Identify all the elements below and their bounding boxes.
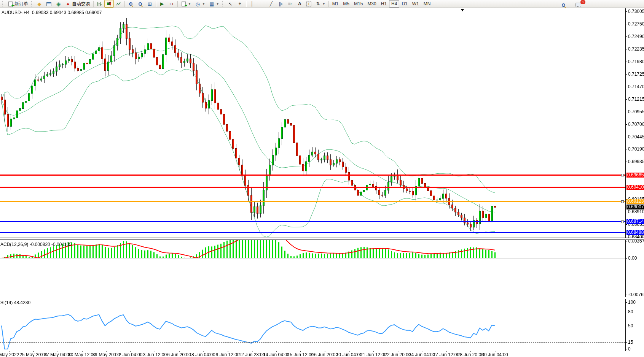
autotrading-button[interactable]: ● 自动交易: [63, 0, 92, 8]
strategy-tester-button[interactable]: ◉: [54, 0, 63, 8]
text-label-tool-button[interactable]: T: [304, 0, 313, 8]
price-tick-label: 0.70190: [628, 147, 644, 151]
templates-button[interactable]: ▦ ▼: [207, 0, 221, 8]
timeframe-button-d1[interactable]: D1: [399, 0, 410, 8]
timeframe-button-w1[interactable]: W1: [410, 0, 421, 8]
rsi-level-line-15: [0, 342, 625, 343]
metaeditor-button[interactable]: [44, 0, 54, 8]
date-label: 2 Jun 04:00: [119, 352, 143, 357]
chevron-down-icon: ▼: [322, 2, 325, 6]
crosshair-tool-button[interactable]: +: [235, 0, 245, 8]
horizontal-line-icon: ─: [259, 1, 265, 7]
date-label: 21 Jun 12:00: [360, 352, 386, 357]
bar-chart-button[interactable]: [95, 0, 104, 8]
timeframe-button-h4[interactable]: H4: [389, 0, 399, 8]
date-label: 6 Jun 20:00: [167, 352, 191, 357]
price-line-label-chip: 0.69007: [626, 205, 644, 209]
chevron-down-icon: ▼: [202, 2, 205, 6]
date-label: 30 Jun 04:00: [481, 352, 508, 357]
price-line-label-chip: 0.68714: [626, 219, 644, 224]
price-line-0.69123[interactable]: [0, 201, 625, 202]
toolbar-grip[interactable]: [31, 1, 33, 6]
line-chart-icon: [116, 1, 121, 7]
date-label: 30 May 12:00: [68, 352, 96, 357]
macd-zero-line: [0, 258, 625, 259]
price-tick-label: 0.69935: [628, 159, 644, 164]
text-tool-button[interactable]: A: [295, 0, 304, 8]
price-tick-label: 0.71725: [628, 72, 644, 76]
line-chart-button[interactable]: [114, 0, 123, 8]
toolbar-grip[interactable]: [2, 1, 5, 6]
price-line-label-chip: 0.69665: [626, 173, 644, 178]
price-line-label-chip: 0.69123: [626, 199, 644, 204]
rsi-tick-label: 80: [628, 309, 633, 314]
mt4-window: AUDUSD-,H4 0.69033 0.69043 0.68985 0.690…: [0, 0, 644, 357]
cursor-icon: ↖: [228, 1, 233, 7]
rsi-pane-splitter[interactable]: [0, 297, 644, 299]
rsi-tick-label: 50: [628, 324, 633, 328]
market-watch-button[interactable]: ◆: [35, 0, 44, 8]
chart-shift-button[interactable]: ↦: [167, 0, 176, 8]
toolbar-grip[interactable]: [222, 1, 225, 6]
clock-icon: ◷: [195, 1, 201, 7]
notifications-button[interactable]: 1: [574, 1, 583, 9]
timeframe-button-m5[interactable]: M5: [341, 0, 352, 8]
date-label: 27 May 04:00: [44, 352, 72, 357]
search-button[interactable]: [559, 1, 568, 9]
line-handle[interactable]: [621, 200, 624, 203]
crosshair-icon: +: [237, 1, 243, 7]
autotrading-icon: ●: [65, 1, 71, 7]
price-line-0.69007[interactable]: [0, 207, 625, 207]
tile-windows-button[interactable]: ⊞: [145, 0, 155, 8]
timeframe-button-m30[interactable]: M30: [365, 0, 378, 8]
vertical-line-tool-button[interactable]: │: [247, 0, 257, 8]
periods-button[interactable]: ◷ ▼: [193, 0, 207, 8]
macd-indicator-label: MACD(12,26,9) -0.000820 -0.001105: [0, 242, 72, 247]
zoom-in-button[interactable]: +: [126, 0, 135, 8]
date-label: 15 Jun 12:00: [287, 352, 314, 357]
fibonacci-tool-button[interactable]: ≡F: [285, 0, 295, 8]
zoom-out-button[interactable]: −: [135, 0, 145, 8]
price-line-0.68714[interactable]: [0, 221, 625, 222]
price-line-0.69410[interactable]: [0, 187, 625, 188]
candlestick-chart-button[interactable]: [104, 0, 114, 8]
timeframe-button-h1[interactable]: H1: [379, 0, 389, 8]
candlestick-chart-icon: [106, 1, 112, 7]
template-icon: ▦: [209, 1, 215, 7]
price-line-0.69665[interactable]: [0, 175, 625, 176]
text-icon: A: [297, 1, 303, 7]
price-tick-label: 0.68910: [628, 209, 644, 214]
line-handle[interactable]: [621, 174, 624, 176]
arrows-tool-button[interactable]: ⇅ ▼: [313, 0, 327, 8]
price-line-0.68488[interactable]: [0, 232, 625, 233]
price-tick-label: 0.71470: [628, 84, 644, 89]
price-line-label-chip: 0.68488: [626, 230, 644, 235]
date-label: 31 May 20:00: [92, 352, 120, 357]
date-label: 27 Jun 12:00: [433, 352, 459, 357]
line-handle[interactable]: [621, 221, 624, 223]
price-tick-label: 0.72750: [628, 22, 644, 26]
new-order-button[interactable]: + 新订单: [6, 0, 30, 8]
date-label: 8 Jun 04:00: [191, 352, 215, 357]
date-label: 12 Jun 23:00: [239, 352, 265, 357]
horizontal-line-tool-button[interactable]: ─: [257, 0, 266, 8]
equidistant-channel-tool-button[interactable]: ∥E: [276, 0, 285, 8]
chart-window-icon: [46, 1, 52, 7]
timeframe-button-m15[interactable]: M15: [352, 0, 365, 8]
chart-shift-marker[interactable]: [461, 9, 464, 11]
chart-overlay-layer: AUDUSD-,H4 0.69033 0.69043 0.68985 0.690…: [0, 0, 644, 357]
auto-scroll-button[interactable]: ▶: [157, 0, 167, 8]
cursor-tool-button[interactable]: ↖: [226, 0, 235, 8]
timeframe-button-mn[interactable]: MN: [421, 0, 433, 8]
price-tick-label: 0.73005: [628, 9, 644, 14]
date-label: 25 May 20:00: [19, 352, 47, 357]
rsi-level-line-50: [0, 326, 625, 326]
trendline-tool-button[interactable]: ╱: [266, 0, 276, 8]
macd-pane-splitter[interactable]: [0, 238, 644, 240]
indicators-button[interactable]: + ▼: [179, 0, 193, 8]
date-label: 16 Jun 20:00: [312, 352, 338, 357]
date-label: 24 Jun 04:00: [409, 352, 435, 357]
price-line-label-chip: 0.69410: [626, 185, 644, 190]
auto-scroll-icon: ▶: [159, 1, 165, 7]
timeframe-button-m1[interactable]: M1: [330, 0, 341, 8]
